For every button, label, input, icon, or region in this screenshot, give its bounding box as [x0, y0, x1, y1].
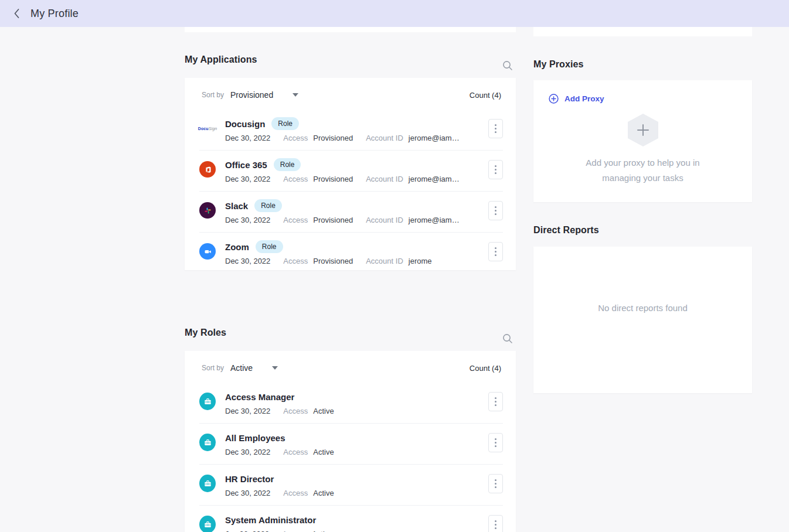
access-value: Active: [312, 530, 332, 532]
row-menu-button[interactable]: [488, 433, 503, 452]
account-id-label: Account ID: [366, 134, 403, 142]
role-row-hr-director[interactable]: HR Director Dec 30, 2022 Access Active: [199, 465, 503, 506]
role-briefcase-icon: [199, 475, 216, 492]
role-date: Dec 30, 2022: [225, 407, 270, 415]
application-meta: Dec 30, 2022 Access Provisioned Account …: [225, 175, 488, 183]
proxies-card: Add Proxy Add your proxy to help you in …: [533, 80, 752, 202]
application-row-zoom[interactable]: Zoom Role Dec 30, 2022 Access Provisione…: [199, 233, 503, 273]
role-row-all-employees[interactable]: All Employees Dec 30, 2022 Access Active: [199, 424, 503, 465]
application-name: Slack: [225, 201, 248, 211]
applications-search-icon[interactable]: [502, 60, 513, 71]
role-briefcase-icon: [199, 393, 216, 410]
hexagon-plus-icon: [628, 114, 658, 146]
office365-logo-icon: [199, 161, 216, 178]
applications-list: DocuSign Docusign Role Dec 30, 2022 Acce…: [185, 110, 516, 273]
application-row-office365[interactable]: Office 365 Role Dec 30, 2022 Access Prov…: [199, 151, 503, 192]
role-name: All Employees: [225, 433, 285, 443]
application-row-docusign[interactable]: DocuSign Docusign Role Dec 30, 2022 Acce…: [199, 110, 503, 151]
access-label: Access: [283, 134, 308, 142]
role-name: HR Director: [225, 474, 274, 484]
provision-date: Dec 30, 2022: [225, 175, 270, 183]
application-name: Office 365: [225, 160, 267, 170]
account-id-value: jerome@iam…: [409, 175, 460, 183]
application-name: Zoom: [225, 242, 249, 252]
account-id-value: jerome@iam…: [409, 134, 460, 142]
role-briefcase-icon: [199, 434, 216, 451]
roles-count: Count (4): [470, 364, 501, 373]
sort-by-label: Sort by: [202, 91, 224, 99]
add-proxy-button[interactable]: Add Proxy: [533, 80, 604, 104]
provision-date: Dec 30, 2022: [225, 216, 270, 224]
page-title: My Profile: [30, 8, 79, 20]
role-badge: Role: [274, 158, 301, 171]
roles-section-title: My Roles: [185, 328, 226, 338]
top-bar: My Profile: [0, 0, 789, 27]
row-menu-button[interactable]: [488, 201, 503, 220]
role-meta: Dec 30, 2022 Access Active: [225, 489, 488, 497]
chevron-down-icon[interactable]: [293, 93, 298, 97]
access-value: Active: [313, 489, 334, 497]
account-id-label: Account ID: [366, 216, 403, 224]
direct-reports-empty-text: No direct reports found: [598, 303, 688, 313]
access-value: Active: [313, 407, 334, 415]
access-label: Access: [283, 448, 308, 456]
roles-search-icon[interactable]: [502, 333, 513, 344]
roles-card: Sort by Active Count (4): [185, 351, 516, 532]
add-proxy-label: Add Proxy: [564, 94, 604, 103]
row-menu-button[interactable]: [488, 160, 503, 179]
role-row-access-manager[interactable]: Access Manager Dec 30, 2022 Access Activ…: [199, 383, 503, 424]
applications-card: Sort by Provisioned Count (4) DocuSign D…: [185, 78, 516, 270]
access-label: Access: [283, 489, 308, 497]
account-id-label: Account ID: [366, 257, 403, 265]
access-label: Access: [283, 407, 308, 415]
role-badge: Role: [256, 240, 283, 253]
applications-section-title: My Applications: [185, 54, 257, 65]
role-date: Dec 30, 2022: [225, 448, 270, 456]
zoom-logo-icon: [199, 243, 216, 260]
back-button[interactable]: [11, 6, 22, 21]
application-name: Docusign: [225, 119, 265, 129]
row-menu-button[interactable]: [488, 242, 503, 261]
applications-sort-dropdown[interactable]: Provisioned: [230, 90, 273, 100]
access-value: Provisioned: [313, 134, 353, 142]
row-menu-button[interactable]: [488, 119, 503, 138]
access-value: Active: [313, 448, 334, 456]
role-meta: Dec 30, 2022 Access Active: [225, 448, 488, 456]
access-value: Provisioned: [313, 257, 353, 265]
role-badge: Role: [271, 117, 299, 130]
docusign-logo-icon: DocuSign: [199, 120, 216, 137]
chevron-down-icon[interactable]: [272, 366, 278, 370]
proxy-empty-text: Add your proxy to help you in managing y…: [533, 155, 752, 186]
application-row-slack[interactable]: Slack Role Dec 30, 2022 Access Provision…: [199, 192, 503, 233]
application-meta: Dec 30, 2022 Access Provisioned Account …: [225, 257, 488, 265]
applications-count: Count (4): [470, 91, 501, 100]
proxies-section-title: My Proxies: [533, 59, 583, 70]
scrolled-card-edge-right: [533, 27, 752, 36]
role-row-system-administrator[interactable]: System Administrator Jan 06, 2023 Access…: [199, 506, 503, 532]
account-id-value: jerome@iam…: [409, 216, 460, 224]
roles-sort-dropdown[interactable]: Active: [230, 363, 253, 373]
role-meta: Jan 06, 2023 Access Active: [225, 530, 488, 532]
role-name: Access Manager: [225, 392, 294, 402]
application-meta: Dec 30, 2022 Access Provisioned Account …: [225, 216, 488, 224]
circle-plus-icon: [549, 94, 559, 104]
row-menu-button[interactable]: [488, 474, 503, 493]
my-profile-page: My Profile My Applications Sort by Provi…: [0, 0, 789, 532]
role-briefcase-icon: [199, 516, 216, 532]
scrolled-card-edge-left: [185, 27, 516, 32]
access-label: Access: [283, 216, 308, 224]
applications-card-header: Sort by Provisioned Count (4): [185, 78, 516, 110]
provision-date: Dec 30, 2022: [225, 134, 270, 142]
proxy-empty-illustration: [533, 114, 752, 146]
access-label: Access: [283, 257, 308, 265]
row-menu-button[interactable]: [488, 392, 503, 411]
row-menu-button[interactable]: [488, 515, 503, 532]
access-value: Provisioned: [313, 216, 353, 224]
access-value: Provisioned: [313, 175, 353, 183]
roles-card-header: Sort by Active Count (4): [185, 351, 516, 383]
account-id-label: Account ID: [366, 175, 403, 183]
role-name: System Administrator: [225, 515, 316, 525]
role-meta: Dec 30, 2022 Access Active: [225, 407, 488, 415]
roles-list: Access Manager Dec 30, 2022 Access Activ…: [185, 383, 516, 532]
chevron-left-icon: [13, 8, 20, 19]
